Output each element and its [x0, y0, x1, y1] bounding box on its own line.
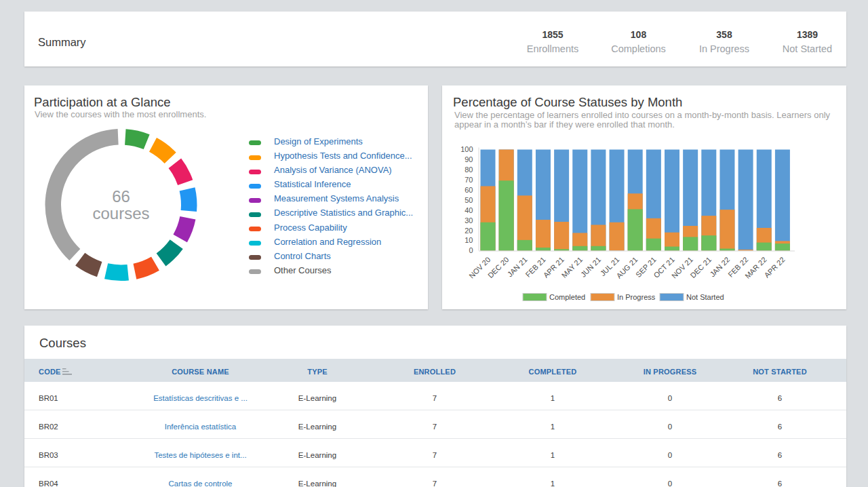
- svg-text:70: 70: [465, 176, 473, 184]
- svg-text:Completed: Completed: [549, 293, 585, 301]
- svg-text:0: 0: [469, 246, 473, 254]
- svg-text:20: 20: [465, 227, 473, 235]
- svg-text:60: 60: [465, 186, 473, 194]
- svg-text:JUN 21: JUN 21: [579, 255, 602, 278]
- svg-text:50: 50: [465, 196, 473, 204]
- svg-text:10: 10: [465, 236, 473, 244]
- svg-text:APR 22: APR 22: [763, 255, 787, 279]
- svg-text:90: 90: [465, 155, 473, 163]
- svg-text:80: 80: [465, 165, 473, 174]
- svg-text:30: 30: [465, 216, 473, 225]
- svg-text:40: 40: [465, 206, 473, 214]
- svg-text:In Progress: In Progress: [617, 293, 656, 301]
- svg-text:MAY 21: MAY 21: [560, 255, 584, 279]
- svg-text:100: 100: [460, 145, 473, 153]
- svg-text:Not Started: Not Started: [686, 293, 724, 301]
